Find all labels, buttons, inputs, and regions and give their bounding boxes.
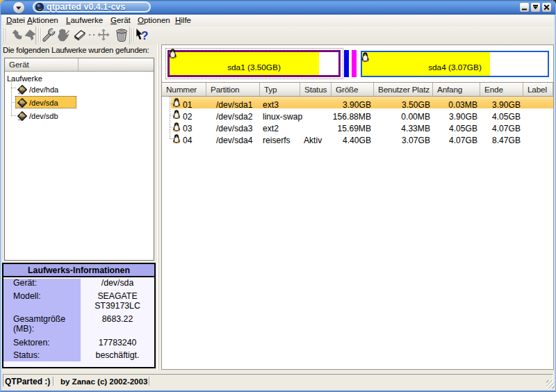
svg-text:?: ? xyxy=(141,29,148,42)
